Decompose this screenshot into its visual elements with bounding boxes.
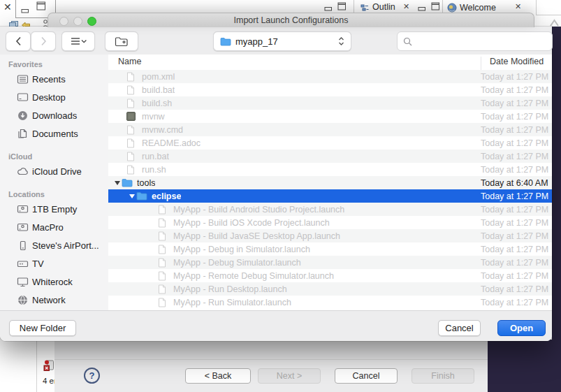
document-icon bbox=[126, 99, 138, 108]
document-icon bbox=[158, 231, 169, 241]
document-icon bbox=[158, 271, 169, 281]
file-row-pom-xml[interactable]: pom.xmlToday at 1:27 PM bbox=[108, 70, 552, 83]
sidebar-item-desktop[interactable]: Desktop bbox=[0, 88, 108, 106]
disclosure-triangle-icon[interactable] bbox=[113, 181, 122, 185]
close-tab-icon[interactable]: ✕ bbox=[515, 3, 521, 10]
sidebar-item-tv[interactable]: TV bbox=[0, 254, 108, 273]
tab-outline[interactable]: Outlin bbox=[372, 2, 395, 12]
file-row-myapp-build-ios-xcode-project-launch[interactable]: MyApp - Build iOS Xcode Project.launchTo… bbox=[108, 216, 552, 229]
wizard-separator bbox=[54, 359, 488, 360]
eclipse-close-icon[interactable]: ✕ bbox=[3, 2, 12, 12]
capsule-icon bbox=[17, 259, 32, 269]
downloads-icon bbox=[17, 110, 32, 121]
sidebar-item-label: MacPro bbox=[32, 222, 64, 233]
close-tab-icon[interactable]: ✕ bbox=[403, 3, 409, 10]
current-folder-dropdown[interactable]: myapp_17 bbox=[213, 31, 351, 51]
airport-icon bbox=[17, 240, 32, 251]
date-modified: Today at 1:27 PM bbox=[481, 125, 548, 135]
new-folder-button[interactable]: New Folder bbox=[9, 320, 76, 336]
help-button[interactable]: ? bbox=[84, 368, 100, 384]
drive-icon bbox=[17, 204, 32, 215]
file-row-build-sh[interactable]: build.shToday at 1:27 PM bbox=[108, 96, 552, 110]
minimize-icon[interactable] bbox=[21, 4, 29, 17]
recents-icon bbox=[17, 74, 32, 85]
document-icon bbox=[158, 284, 169, 294]
file-row-myapp-remote-debug-simulator-launch[interactable]: MyApp - Remote Debug Simulator.launchTod… bbox=[108, 269, 552, 282]
file-row-myapp-run-simulator-launch[interactable]: MyApp - Run Simulator.launchToday at 1:2… bbox=[108, 296, 552, 309]
date-modified: Today at 1:27 PM bbox=[481, 72, 548, 82]
file-chooser-dialog: myapp_17 FavoritesRecentsDesktopDownload… bbox=[0, 27, 552, 341]
file-row-myapp-run-desktop-launch[interactable]: MyApp - Run Desktop.launchToday at 1:27 … bbox=[108, 282, 552, 296]
maximize-icon[interactable] bbox=[431, 1, 440, 13]
date-modified: Today at 1:27 PM bbox=[481, 284, 548, 294]
sidebar-item-icloud-drive[interactable]: iCloud Drive bbox=[0, 162, 108, 180]
column-header-name[interactable]: Name bbox=[118, 57, 141, 66]
sidebar-item-macpro[interactable]: MacPro bbox=[0, 218, 108, 236]
file-row-build-bat[interactable]: build.batToday at 1:27 PM bbox=[108, 83, 552, 96]
maximize-icon[interactable] bbox=[36, 1, 46, 14]
search-input[interactable] bbox=[416, 34, 552, 49]
finish-button[interactable]: Finish bbox=[411, 368, 474, 384]
sidebar-item-documents[interactable]: Documents bbox=[0, 124, 108, 143]
sidebar-section-favorites: Favorites bbox=[8, 60, 108, 68]
file-name: build.sh bbox=[142, 99, 172, 108]
file-row-mvnw[interactable]: mvnwToday at 1:27 PM bbox=[108, 110, 552, 123]
file-row-myapp-debug-in-simulator-launch[interactable]: MyApp - Debug in Simulator.launchToday a… bbox=[108, 242, 552, 256]
cancel-button[interactable]: Cancel bbox=[438, 320, 481, 336]
document-icon bbox=[158, 298, 169, 307]
search-field[interactable] bbox=[397, 31, 553, 51]
disclosure-triangle-icon[interactable] bbox=[128, 194, 136, 198]
folder-icon bbox=[122, 178, 133, 187]
current-folder-label: myapp_17 bbox=[235, 36, 278, 47]
date-modified: Today at 1:27 PM bbox=[481, 85, 548, 95]
document-icon bbox=[126, 138, 138, 148]
document-icon bbox=[126, 165, 138, 175]
date-modified: Today at 1:27 PM bbox=[481, 205, 548, 215]
sidebar-item-whiterock[interactable]: Whiterock bbox=[0, 273, 108, 291]
sidebar-item-recents[interactable]: Recents bbox=[0, 70, 108, 88]
search-icon bbox=[403, 37, 412, 46]
file-row-mvnw-cmd[interactable]: mvnw.cmdToday at 1:27 PM bbox=[108, 123, 552, 136]
back-button[interactable]: < Back bbox=[185, 368, 251, 384]
documents-icon bbox=[17, 129, 32, 139]
view-menu-button[interactable] bbox=[61, 31, 95, 51]
file-list: pom.xmlToday at 1:27 PMbuild.batToday at… bbox=[108, 70, 552, 311]
tab-divider bbox=[536, 0, 537, 15]
file-row-run-sh[interactable]: run.shToday at 1:27 PM bbox=[108, 163, 552, 176]
chevron-up-down-icon bbox=[338, 36, 344, 46]
tab-welcome[interactable]: Welcome bbox=[460, 3, 496, 13]
file-row-readme-adoc[interactable]: README.adocToday at 1:27 PM bbox=[108, 136, 552, 150]
file-row-myapp-build-android-studio-project-launch[interactable]: MyApp - Build Android Studio Project.lau… bbox=[108, 203, 552, 216]
sidebar-item-downloads[interactable]: Downloads bbox=[0, 106, 108, 124]
date-modified: Today at 6:40 AM bbox=[481, 178, 548, 188]
dialog-toolbar: myapp_17 bbox=[0, 27, 552, 55]
column-header-date-modified[interactable]: Date Modified bbox=[481, 57, 544, 70]
new-folder-toolbar-button[interactable] bbox=[105, 31, 138, 51]
file-row-run-bat[interactable]: run.batToday at 1:27 PM bbox=[108, 150, 552, 163]
forward-nav-button[interactable] bbox=[31, 31, 56, 51]
file-row-myapp-build-javase-desktop-app-launch[interactable]: MyApp - Build JavaSE Desktop App.launchT… bbox=[108, 229, 552, 242]
date-modified: Today at 1:27 PM bbox=[481, 218, 548, 228]
cancel-button[interactable]: Cancel bbox=[335, 368, 398, 384]
screen: ✕ Outlin ✕ Welcome ✕ 4 er ? < Back Next … bbox=[0, 0, 561, 392]
back-nav-button[interactable] bbox=[6, 31, 31, 51]
error-log-icon[interactable] bbox=[43, 359, 54, 375]
date-modified: Today at 1:27 PM bbox=[481, 165, 548, 175]
date-modified: Today at 1:27 PM bbox=[481, 298, 548, 307]
file-row-myapp-debug-simulator-launch[interactable]: MyApp - Debug Simulator.launchToday at 1… bbox=[108, 256, 552, 269]
sidebar-item-steve-s-airport[interactable]: Steve's AirPort... bbox=[0, 236, 108, 254]
date-modified: Today at 1:27 PM bbox=[481, 258, 548, 268]
maximize-icon[interactable] bbox=[337, 1, 347, 13]
file-name: MyApp - Build JavaSE Desktop App.launch bbox=[173, 231, 340, 241]
sidebar-item-label: Downloads bbox=[32, 110, 77, 121]
sidebar-item-network[interactable]: Network bbox=[0, 291, 108, 309]
file-row-tools[interactable]: toolsToday at 6:40 AM bbox=[108, 176, 552, 189]
sidebar-item-1tb-empty[interactable]: 1TB Empty bbox=[0, 200, 108, 218]
sidebar-item-label: Desktop bbox=[32, 92, 66, 103]
next-button[interactable]: Next > bbox=[258, 368, 321, 384]
date-modified: Today at 1:27 PM bbox=[481, 138, 548, 148]
open-button[interactable]: Open bbox=[497, 320, 546, 336]
file-name: README.adoc bbox=[142, 138, 201, 148]
file-name: eclipse bbox=[152, 191, 181, 201]
file-row-eclipse[interactable]: eclipseToday at 1:27 PM bbox=[108, 189, 552, 203]
